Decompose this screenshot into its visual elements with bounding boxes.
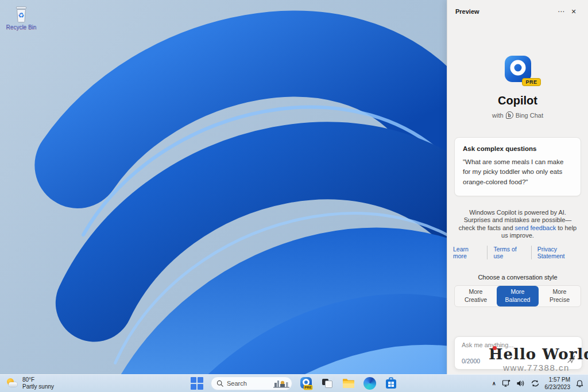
suggestion-heading: Ask complex questions bbox=[463, 145, 572, 152]
chat-input[interactable] bbox=[462, 341, 564, 348]
learn-more-link[interactable]: Learn more bbox=[447, 246, 487, 259]
taskbar-clock[interactable]: 1:57 PM 6/23/2023 bbox=[545, 376, 571, 391]
copilot-title: Copilot bbox=[498, 94, 537, 107]
taskbar-icon-store[interactable] bbox=[384, 376, 399, 391]
task-view-icon bbox=[322, 379, 332, 388]
copilot-panel: Preview ⋯ ✕ PRE Copilot bbox=[447, 0, 588, 374]
conversation-style-group: More Creative More Balanced More Precise bbox=[454, 285, 581, 306]
tray-expand-icon[interactable]: ∧ bbox=[492, 376, 497, 391]
copilot-subtitle: with b Bing Chat bbox=[492, 111, 543, 119]
volume-icon[interactable] bbox=[516, 376, 525, 391]
terms-of-use-link[interactable]: Terms of use bbox=[487, 246, 531, 259]
microsoft-store-icon bbox=[384, 377, 398, 390]
partly-sunny-icon bbox=[6, 378, 18, 389]
weather-widget[interactable]: 80°F Partly sunny bbox=[6, 375, 54, 392]
copilot-hero: PRE Copilot with b Bing Chat bbox=[447, 54, 588, 119]
ai-disclaimer: Windows Copilot is powered by AI. Surpri… bbox=[457, 209, 578, 240]
clock-date: 6/23/2023 bbox=[545, 383, 571, 391]
bing-chat-icon: b bbox=[506, 111, 513, 119]
close-icon[interactable]: ✕ bbox=[567, 6, 580, 17]
file-explorer-icon bbox=[342, 377, 355, 390]
svg-text:PRE: PRE bbox=[304, 386, 311, 389]
suggestion-body: "What are some meals I can make for my p… bbox=[463, 157, 572, 187]
taskbar-icon-task-view[interactable] bbox=[320, 376, 335, 391]
search-placeholder: Search bbox=[227, 380, 273, 387]
send-icon[interactable] bbox=[566, 354, 577, 366]
clock-time: 1:57 PM bbox=[545, 376, 571, 383]
copilot-taskbar-icon: PRE bbox=[299, 377, 313, 390]
taskbar: 80°F Partly sunny Search bbox=[0, 374, 588, 392]
taskbar-icon-file-explorer[interactable] bbox=[341, 376, 356, 391]
privacy-statement-link[interactable]: Privacy Statement bbox=[531, 246, 588, 259]
conversation-style-label: Choose a conversation style bbox=[447, 274, 588, 281]
footer-links: Learn more Terms of use Privacy Statemen… bbox=[447, 246, 588, 259]
network-icon[interactable] bbox=[530, 376, 540, 391]
search-icon bbox=[216, 380, 223, 387]
edge-icon bbox=[363, 377, 376, 390]
taskbar-center: Search bbox=[189, 375, 399, 392]
pre-badge: PRE bbox=[522, 78, 540, 86]
recycle-bin-label: Recycle Bin bbox=[5, 24, 38, 30]
desktop-wallpaper: ♻ Recycle Bin bbox=[0, 0, 447, 374]
system-tray: ∧ bbox=[492, 375, 585, 392]
style-more-creative-button[interactable]: More Creative bbox=[455, 286, 497, 306]
screen: ♻ Recycle Bin Preview ⋯ ✕ bbox=[0, 0, 588, 392]
character-counter: 0/2000 bbox=[462, 358, 480, 364]
send-feedback-link[interactable]: send feedback bbox=[515, 224, 556, 231]
subtitle-brand: Bing Chat bbox=[516, 112, 543, 119]
weather-condition: Partly sunny bbox=[22, 383, 54, 391]
recycle-bin[interactable]: ♻ Recycle Bin bbox=[5, 5, 38, 30]
notification-bell-icon[interactable] bbox=[575, 376, 585, 391]
preview-label: Preview bbox=[455, 8, 479, 15]
more-options-icon[interactable]: ⋯ bbox=[555, 6, 567, 17]
bloom-wallpaper-art bbox=[0, 0, 447, 374]
suggestion-card[interactable]: Ask complex questions "What are some mea… bbox=[454, 137, 581, 196]
recycle-symbol: ♻ bbox=[18, 11, 24, 20]
search-highlight-image bbox=[273, 378, 290, 389]
windows-logo-icon bbox=[191, 377, 203, 390]
copilot-logo: PRE bbox=[503, 54, 533, 84]
display-device-icon[interactable] bbox=[501, 376, 511, 391]
copilot-header: Preview ⋯ ✕ bbox=[447, 0, 588, 17]
style-more-balanced-button[interactable]: More Balanced bbox=[497, 286, 539, 306]
chat-input-box[interactable]: 0/2000 bbox=[454, 336, 582, 370]
taskbar-icon-copilot[interactable]: PRE bbox=[299, 376, 314, 391]
recycle-bin-icon: ♻ bbox=[13, 5, 30, 23]
start-button[interactable] bbox=[189, 376, 204, 391]
weather-temperature: 80°F bbox=[22, 377, 54, 384]
style-more-precise-button[interactable]: More Precise bbox=[539, 286, 581, 306]
taskbar-icon-edge[interactable] bbox=[362, 376, 377, 391]
taskbar-search-box[interactable]: Search bbox=[211, 377, 292, 390]
weather-text: 80°F Partly sunny bbox=[22, 377, 54, 391]
subtitle-prefix: with bbox=[492, 112, 504, 119]
